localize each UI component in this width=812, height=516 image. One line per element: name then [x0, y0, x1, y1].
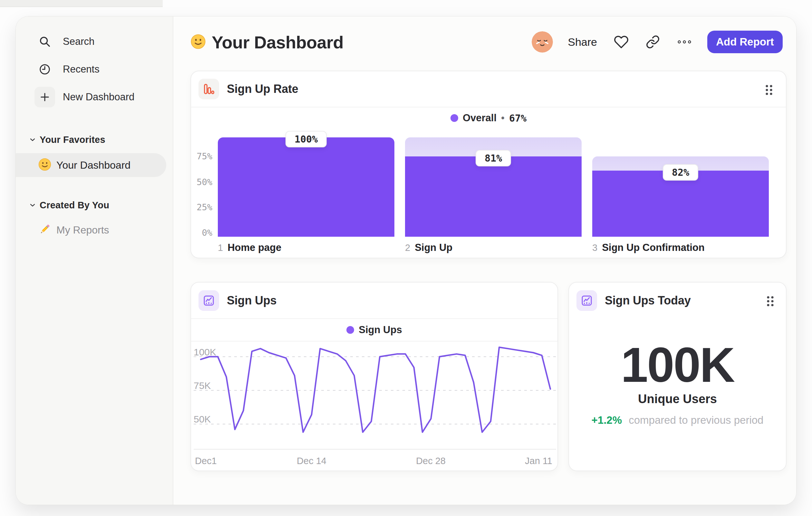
search-icon	[34, 31, 55, 52]
share-button[interactable]: Share	[568, 36, 597, 48]
big-number-value: 100K	[569, 337, 786, 393]
funnel-value-chip: 82%	[663, 164, 698, 181]
legend-separator: •	[501, 112, 504, 124]
funnel-bar-solid	[405, 156, 582, 237]
step-number: 1	[218, 243, 223, 253]
funnel-value-chip: 81%	[475, 150, 511, 166]
delta-badge: +1.2%	[591, 414, 622, 426]
clock-icon	[34, 59, 55, 80]
funnel-bar-1[interactable]	[218, 137, 395, 237]
card-title: Sign Ups Today	[605, 294, 691, 307]
sidebar-item-recents[interactable]: Recents	[29, 55, 166, 83]
step-name: Sign Up Confirmation	[602, 242, 705, 253]
page-title: Your Dashboard	[212, 32, 344, 52]
drag-handle-icon[interactable]	[765, 295, 776, 308]
card-header: Sign Up Rate	[191, 71, 786, 107]
y-axis-tick: 50%	[187, 178, 212, 187]
funnel-value-chip: 100%	[286, 131, 327, 147]
step-name: Home page	[228, 242, 281, 253]
big-number-delta-row: +1.2% compared to previous period	[569, 414, 786, 426]
y-axis-tick: 25%	[187, 202, 212, 212]
sidebar: Search Recents New Dashboard Your Favori…	[16, 17, 173, 505]
sidebar-item-search[interactable]: Search	[29, 28, 166, 55]
funnel-step-label: 2 Sign Up	[405, 242, 453, 253]
legend-dot	[346, 326, 354, 334]
sidebar-item-label: Your Dashboard	[56, 159, 130, 171]
legend-name: Sign Ups	[359, 324, 402, 336]
delta-comparison-text: compared to previous period	[629, 414, 763, 426]
chevron-down-icon	[29, 136, 36, 143]
app-window: Search Recents New Dashboard Your Favori…	[16, 16, 796, 505]
funnel-plot: 0% 25% 50% 75% 1 Home page 2 Sign Up 3 S…	[218, 137, 769, 237]
background-window-edge-line	[0, 6, 163, 7]
y-axis-tick: 75K	[194, 381, 211, 390]
x-axis-tick: Dec 28	[416, 456, 446, 466]
sidebar-item-new-dashboard[interactable]: New Dashboard	[29, 83, 166, 111]
sign-ups-card: Sign Ups Sign Ups 100K 75K 50K Dec1 Dec …	[191, 282, 558, 471]
header-controls: Share Add Report	[532, 31, 783, 53]
avatar[interactable]	[532, 31, 553, 53]
funnel-legend[interactable]: Overall • 67%	[191, 107, 786, 129]
sidebar-section-label: Your Favorites	[40, 134, 105, 145]
funnel-bar-solid	[218, 137, 395, 237]
card-header: Sign Ups Today	[569, 282, 786, 319]
legend-name: Overall	[463, 112, 497, 124]
main-content: Your Dashboard Share Add Report	[173, 17, 796, 505]
sidebar-item-my-reports[interactable]: My Reports	[16, 218, 166, 242]
link-icon[interactable]	[645, 34, 660, 49]
sidebar-item-label: Recents	[63, 63, 99, 75]
line-chart-icon	[199, 290, 219, 311]
bar-chart-icon	[199, 79, 219, 99]
sidebar-item-label: Search	[63, 36, 94, 47]
sidebar-section-created-by-you[interactable]: Created By You	[16, 197, 109, 213]
sidebar-item-label: My Reports	[56, 224, 109, 236]
sidebar-nav: Search Recents New Dashboard	[29, 28, 166, 111]
page-title-row: Your Dashboard	[190, 32, 344, 53]
funnel-step-label: 1 Home page	[218, 242, 281, 253]
sign-up-rate-card: Sign Up Rate Overall • 67% 0% 25% 50% 75…	[191, 71, 787, 258]
step-number: 3	[592, 243, 598, 253]
line-chart-icon	[576, 290, 597, 311]
card-title: Sign Ups	[227, 294, 277, 307]
sidebar-section-label: Created By You	[40, 200, 109, 211]
line-legend[interactable]: Sign Ups	[191, 318, 557, 342]
plus-icon	[34, 87, 55, 107]
y-axis-tick: 0%	[187, 228, 212, 238]
drag-handle-icon[interactable]	[763, 84, 774, 97]
big-number-label: Unique Users	[569, 392, 786, 406]
step-number: 2	[405, 243, 410, 253]
more-icon[interactable]	[677, 34, 692, 49]
y-axis-tick: 100K	[194, 347, 216, 357]
y-axis-tick: 50K	[194, 414, 211, 424]
funnel-step-label: 3 Sign Up Confirmation	[592, 242, 705, 253]
card-header: Sign Ups	[191, 282, 557, 319]
legend-value: 67%	[509, 113, 526, 124]
step-name: Sign Up	[415, 242, 453, 253]
x-axis-tick: Dec 14	[297, 456, 326, 466]
x-axis-tick: Jan 11	[525, 456, 552, 466]
heart-icon[interactable]	[614, 34, 629, 49]
sidebar-item-your-dashboard-selected[interactable]: Your Dashboard	[16, 153, 166, 177]
pencil-emoji	[38, 222, 52, 238]
card-title: Sign Up Rate	[227, 82, 298, 96]
add-report-button[interactable]: Add Report	[707, 31, 783, 53]
y-axis-tick: 75%	[187, 152, 212, 161]
smiley-emoji	[38, 157, 52, 173]
legend-dot	[451, 114, 458, 122]
smiley-emoji	[190, 33, 207, 51]
x-axis-tick: Dec1	[195, 456, 217, 466]
chevron-down-icon	[29, 201, 36, 209]
sidebar-section-your-favorites[interactable]: Your Favorites	[16, 132, 105, 147]
sign-ups-line-series	[201, 347, 550, 432]
sidebar-item-label: New Dashboard	[63, 91, 134, 103]
background-window-edge	[0, 0, 163, 6]
sign-ups-today-card: Sign Ups Today 100K Unique Users +1.2% c…	[569, 282, 787, 471]
line-chart-svg	[191, 342, 559, 458]
